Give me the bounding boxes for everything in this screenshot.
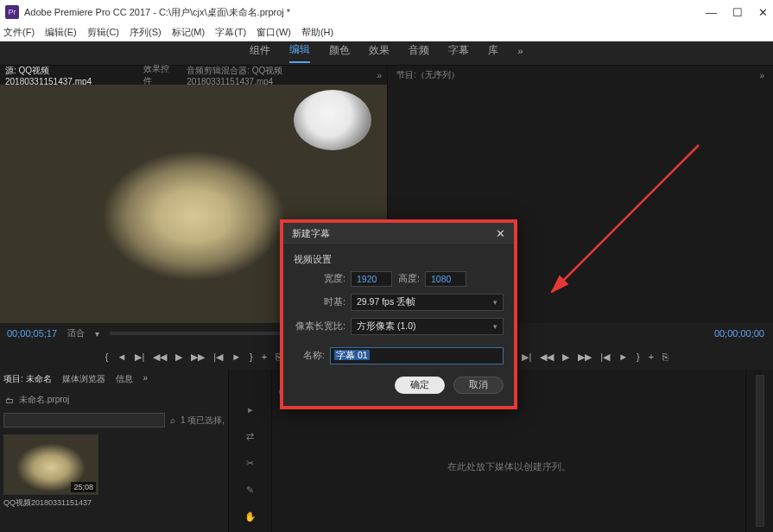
filter-icon[interactable]: ⌕ <box>170 415 175 425</box>
tab-overflow[interactable]: » <box>517 46 523 61</box>
razor-tool-icon[interactable]: ✂ <box>246 458 254 469</box>
project-tab[interactable]: 项目: 未命名 <box>3 373 52 385</box>
name-input[interactable]: 字幕 01 <box>330 347 504 364</box>
name-value: 字幕 01 <box>334 350 370 360</box>
app-name: Adobe Premiere Pro CC 2017 <box>24 7 150 17</box>
ok-button[interactable]: 确定 <box>395 377 445 394</box>
width-field[interactable]: 1920 <box>351 271 392 287</box>
clip-thumbnail[interactable]: 25;08 <box>3 434 98 495</box>
new-title-dialog: 新建字幕 ✕ 视频设置 宽度: 1920 高度: 1080 时基: 29.97 … <box>280 219 517 409</box>
insert-button[interactable]: ► <box>231 352 241 362</box>
menu-title[interactable]: 字幕(T) <box>215 26 246 39</box>
mark-in-button[interactable]: { <box>105 352 109 362</box>
dialog-title: 新建字幕 <box>292 227 330 240</box>
cancel-button[interactable]: 取消 <box>453 377 504 394</box>
tab-effects[interactable]: 效果 <box>369 44 390 62</box>
p-settings[interactable]: ⎘ <box>662 352 668 362</box>
p-extract[interactable]: } <box>637 352 640 362</box>
p-go-in[interactable]: ▶| <box>522 352 531 363</box>
close-button[interactable]: ✕ <box>758 6 768 19</box>
source-tab-effectcontrols[interactable]: 效果控件 <box>143 63 178 87</box>
chevron-down-icon: ▾ <box>493 322 497 331</box>
par-select[interactable]: 方形像素 (1.0) ▾ <box>351 318 504 335</box>
go-out-button[interactable]: |◀ <box>213 352 223 363</box>
timeline-dropzone[interactable]: 在此处放下媒体以创建序列。 <box>272 401 745 532</box>
timebase-select[interactable]: 29.97 fps 丢帧 ▾ <box>351 294 504 311</box>
bin-item[interactable]: 25;08 QQ视频20180331151437 <box>3 434 98 509</box>
p-play[interactable]: ▶ <box>562 352 569 363</box>
tab-library[interactable]: 库 <box>488 44 498 62</box>
video-frame-detail <box>294 90 371 150</box>
clip-duration: 25;08 <box>71 482 96 492</box>
menu-marker[interactable]: 标记(M) <box>172 26 206 39</box>
svg-line-0 <box>552 145 699 292</box>
info-tab[interactable]: 信息 <box>116 373 133 385</box>
document-path: C:\用户\cjx\桌面\未命名.prproj * <box>159 6 290 19</box>
meter-bar <box>756 375 764 527</box>
workspace-tabs: 组件 编辑 颜色 效果 音频 字幕 库 » <box>0 41 773 66</box>
menu-clip[interactable]: 剪辑(C) <box>87 26 119 39</box>
program-timecode[interactable]: 00;00;00;00 <box>714 328 764 339</box>
program-tab-overflow[interactable]: » <box>759 71 764 80</box>
overwrite-button[interactable]: } <box>250 352 253 362</box>
play-button[interactable]: ▶ <box>175 352 182 363</box>
p-step-fwd[interactable]: ▶▶ <box>578 352 592 363</box>
go-in-button[interactable]: ▶| <box>135 352 144 363</box>
project-search-input[interactable] <box>3 413 165 428</box>
clip-name: QQ视频20180331151437 <box>3 497 98 509</box>
video-settings-label: 视频设置 <box>294 254 504 266</box>
tool-panel: ▸ ⇄ ✂ ✎ ✋ T <box>229 370 272 532</box>
p-step-back[interactable]: ◀◀ <box>540 352 554 363</box>
menu-edit[interactable]: 编辑(E) <box>45 26 77 39</box>
media-browser-tab[interactable]: 媒体浏览器 <box>62 373 105 385</box>
dialog-close-button[interactable]: ✕ <box>496 227 505 240</box>
source-timecode[interactable]: 00;00;05;17 <box>7 328 57 339</box>
maximize-button[interactable]: ☐ <box>732 6 743 19</box>
project-tab-overflow[interactable]: » <box>143 373 149 385</box>
timebase-value: 29.97 fps 丢帧 <box>357 296 415 308</box>
menu-file[interactable]: 文件(F) <box>3 26 35 39</box>
export-frame-button[interactable]: + <box>262 352 267 362</box>
mark-out-button[interactable]: ◄ <box>117 352 127 362</box>
height-label: 高度: <box>397 273 420 285</box>
selection-count: 1 项已选择, <box>181 415 225 427</box>
hand-tool-icon[interactable]: ✋ <box>244 511 257 522</box>
folder-icon: 🗀 <box>5 396 14 405</box>
step-back-button[interactable]: ◀◀ <box>153 352 167 363</box>
par-label: 像素长宽比: <box>294 320 345 332</box>
tab-editing[interactable]: 编辑 <box>289 43 310 63</box>
minimize-button[interactable]: — <box>706 6 717 19</box>
titlebar: Pr Adobe Premiere Pro CC 2017 - C:\用户\cj… <box>0 0 773 24</box>
project-panel: 项目: 未命名 媒体浏览器 信息 » 🗀 未命名.prproj ⌕ 1 项已选择… <box>0 370 229 532</box>
menubar: 文件(F) 编辑(E) 剪辑(C) 序列(S) 标记(M) 字幕(T) 窗口(W… <box>0 24 773 41</box>
program-tab[interactable]: 节目:（无序列） <box>396 69 459 81</box>
tab-titles[interactable]: 字幕 <box>448 44 469 62</box>
source-zoom-fit[interactable]: 适合 <box>67 327 85 339</box>
source-tab-clip[interactable]: 源: QQ视频20180331151437.mp4 <box>5 65 135 86</box>
menu-window[interactable]: 窗口(W) <box>257 26 291 39</box>
audio-meter <box>745 370 773 532</box>
app-icon: Pr <box>5 5 19 19</box>
step-fwd-button[interactable]: ▶▶ <box>191 352 205 363</box>
p-export[interactable]: + <box>649 352 654 362</box>
source-tab-audiomixer[interactable]: 音频剪辑混合器: QQ视频20180331151437.mp4 <box>187 65 368 86</box>
pen-tool-icon[interactable]: ✎ <box>246 484 254 496</box>
par-value: 方形像素 (1.0) <box>357 320 416 332</box>
selection-tool-icon[interactable]: ▸ <box>248 404 253 415</box>
title-sep: - <box>150 7 159 17</box>
chevron-down-icon[interactable]: ▾ <box>95 329 99 339</box>
tab-audio[interactable]: 音频 <box>409 44 429 62</box>
project-filename: 未命名.prproj <box>19 394 69 406</box>
ripple-tool-icon[interactable]: ⇄ <box>246 431 254 442</box>
height-field[interactable]: 1080 <box>425 271 466 287</box>
p-lift[interactable]: ► <box>618 352 628 362</box>
p-go-out[interactable]: |◀ <box>600 352 610 363</box>
tab-assembly[interactable]: 组件 <box>250 44 270 62</box>
source-tab-overflow[interactable]: » <box>377 71 382 80</box>
width-label: 宽度: <box>294 273 345 285</box>
tab-color[interactable]: 颜色 <box>329 44 350 62</box>
menu-sequence[interactable]: 序列(S) <box>130 26 162 39</box>
timebase-label: 时基: <box>294 296 345 308</box>
menu-help[interactable]: 帮助(H) <box>301 26 333 39</box>
name-label: 名称: <box>294 350 325 362</box>
